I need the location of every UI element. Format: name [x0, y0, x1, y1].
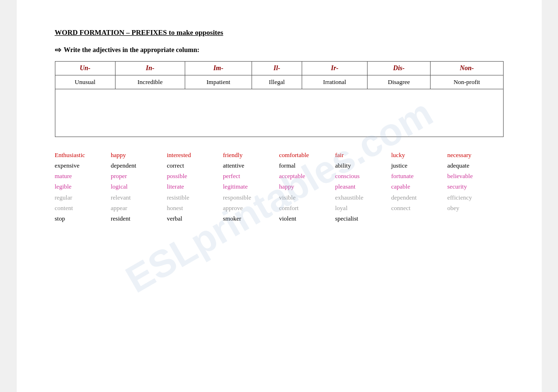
word-item: violent — [279, 214, 336, 223]
word-item: friendly — [223, 150, 279, 160]
word-item: obey — [447, 203, 504, 213]
word-item: comfort — [279, 203, 336, 213]
word-item: specialist — [335, 214, 391, 223]
word-item: perfect — [223, 171, 279, 181]
word-column: happydependentproperlogicalrelevantappea… — [111, 150, 167, 223]
word-item: possible — [167, 171, 223, 181]
page: ESLprintables.com WORD FORMATION – PREFI… — [17, 0, 542, 392]
word-item: believable — [447, 171, 504, 181]
word-item: efficiency — [447, 193, 504, 202]
word-item: smoker — [223, 214, 279, 223]
table-example-cell: Unusual — [55, 75, 115, 89]
word-item: honest — [167, 203, 223, 213]
word-item: lucky — [391, 150, 448, 160]
word-item: legible — [55, 182, 111, 191]
word-item: content — [55, 203, 111, 213]
table-example-cell: Non-profit — [431, 75, 503, 89]
page-title: WORD FORMATION – PREFIXES to make opposi… — [55, 29, 504, 37]
word-item: resident — [111, 214, 167, 223]
word-item: capable — [391, 182, 448, 191]
instruction: ⇨ Write the adjectives in the appropriat… — [55, 45, 504, 54]
word-item: security — [447, 182, 504, 191]
table-example-cell: Disagree — [367, 75, 430, 89]
word-item: literate — [167, 182, 223, 191]
table-header: Dis- — [367, 62, 430, 75]
word-item: legitimate — [223, 182, 279, 191]
word-item: pleasant — [335, 182, 391, 191]
word-item: regular — [55, 193, 111, 202]
word-column: fairabilityconsciouspleasantexhaustiblel… — [335, 150, 391, 223]
table-example-cell: Illegal — [252, 75, 302, 89]
instruction-text: Write the adjectives in the appropriate … — [64, 46, 200, 54]
word-column: friendlyattentiveperfectlegitimaterespon… — [223, 150, 279, 223]
word-item: acceptable — [279, 171, 336, 181]
table-header: Il- — [252, 62, 302, 75]
word-item: verbal — [167, 214, 223, 223]
table-example-cell: Incredible — [115, 75, 185, 89]
word-item: interested — [167, 150, 223, 160]
word-item: Enthusiastic — [55, 150, 111, 160]
word-item: conscious — [335, 171, 391, 181]
word-item: fortunate — [391, 171, 448, 181]
word-item: ability — [335, 161, 391, 170]
word-item: logical — [111, 182, 167, 191]
table-header: Non- — [431, 62, 503, 75]
word-item: attentive — [223, 161, 279, 170]
word-column: interestedcorrectpossibleliterateresisti… — [167, 150, 223, 223]
arrow-icon: ⇨ — [55, 45, 61, 54]
word-item: justice — [391, 161, 448, 170]
word-item: fair — [335, 150, 391, 160]
word-item: adequate — [447, 161, 504, 170]
word-column: luckyjusticefortunatecapabledependentcon… — [391, 150, 448, 223]
word-item: appear — [111, 203, 167, 213]
word-column: comfortableformalacceptablehappyvisiblec… — [279, 150, 336, 223]
word-column: necessaryadequatebelievablesecurityeffic… — [447, 150, 504, 223]
word-column: Enthusiasticexpensivematurelegibleregula… — [55, 150, 111, 223]
word-item: dependent — [391, 193, 448, 202]
word-item: mature — [55, 171, 111, 181]
table-header: Ir- — [302, 62, 368, 75]
word-item: approve — [223, 203, 279, 213]
word-item: relevant — [111, 193, 167, 202]
word-item: resistible — [167, 193, 223, 202]
table-header: In- — [115, 62, 185, 75]
word-item: visible — [279, 193, 336, 202]
word-item: formal — [279, 161, 336, 170]
word-item: exhaustible — [335, 193, 391, 202]
word-item: comfortable — [279, 150, 336, 160]
table-header: Un- — [55, 62, 115, 75]
word-item: correct — [167, 161, 223, 170]
word-item: proper — [111, 171, 167, 181]
word-lists: Enthusiasticexpensivematurelegibleregula… — [55, 150, 504, 223]
table-example-cell: Irrational — [302, 75, 368, 89]
word-item: happy — [111, 150, 167, 160]
word-item: loyal — [335, 203, 391, 213]
word-item: happy — [279, 182, 336, 191]
table-header: Im- — [185, 62, 252, 75]
word-item: stop — [55, 214, 111, 223]
table-example-cell: Impatient — [185, 75, 252, 89]
word-item: necessary — [447, 150, 504, 160]
word-item: dependent — [111, 161, 167, 170]
word-item: expensive — [55, 161, 111, 170]
word-item: connect — [391, 203, 448, 213]
word-item: responsible — [223, 193, 279, 202]
prefix-table: Un-In-Im-Il-Ir-Dis-Non- UnusualIncredibl… — [55, 61, 504, 137]
